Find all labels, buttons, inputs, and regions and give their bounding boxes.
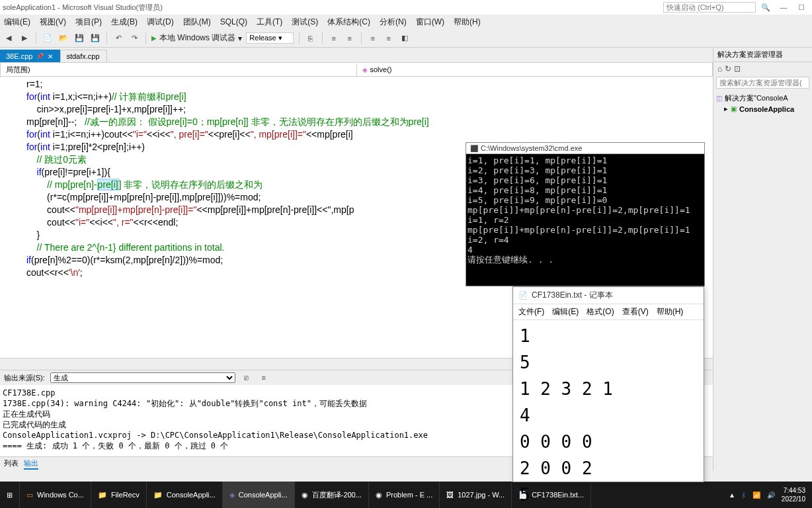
output-tab[interactable]: 列表 (4, 458, 19, 470)
tab-active[interactable]: 38E.cpp 📌 ✕ (0, 50, 60, 62)
comment-icon[interactable]: ≡ (367, 32, 379, 44)
menu-item[interactable]: 视图(V) (40, 17, 66, 28)
redo-icon[interactable]: ↷ (128, 32, 140, 44)
np-menu-item[interactable]: 格式(O) (587, 306, 614, 318)
back-icon[interactable]: ◀ (3, 32, 15, 44)
volume-icon[interactable]: 🔊 (767, 491, 775, 499)
refresh-icon[interactable]: ↻ (725, 64, 731, 73)
menubar: 编辑(E) 视图(V) 项目(P) 生成(B) 调试(D) 团队(M) SQL(… (0, 15, 812, 29)
tray-icon[interactable]: ▲ (729, 491, 735, 499)
tab-inactive[interactable]: stdafx.cpp (60, 50, 106, 62)
tab-strip: 38E.cpp 📌 ✕ stdafx.cpp (0, 48, 713, 62)
forward-icon[interactable]: ▶ (19, 32, 30, 44)
project-icon: ▣ (731, 105, 737, 112)
notepad-menu: 文件(F) 编辑(E) 格式(O) 查看(V) 帮助(H) (513, 304, 704, 320)
maximize-button[interactable]: ☐ (793, 3, 809, 12)
scope-dropdown[interactable]: 局范围) (1, 64, 357, 76)
np-menu-item[interactable]: 查看(V) (622, 306, 649, 318)
home-icon[interactable]: ⌂ (717, 64, 722, 73)
np-menu-item[interactable]: 编辑(E) (552, 306, 579, 318)
new-icon[interactable]: 📄 (42, 32, 54, 44)
play-icon: ▶ (151, 34, 157, 42)
menu-item[interactable]: 团队(M) (183, 17, 211, 28)
taskbar-item[interactable]: ▭Windows Co... (20, 482, 91, 508)
collapse-icon[interactable]: ⊡ (734, 64, 741, 73)
menu-item[interactable]: 分析(N) (380, 17, 407, 28)
folder-icon: 📁 (98, 491, 107, 499)
solution-tree[interactable]: ◫ 解决方案"ConsoleA ▸ ▣ ConsoleApplica (713, 90, 812, 116)
undo-icon[interactable]: ↶ (112, 32, 124, 44)
output-tab-active[interactable]: 输出 (24, 458, 38, 470)
cmd-window[interactable]: ⬛ C:\Windows\system32\cmd.exe i=1, pre[i… (466, 142, 705, 286)
step-icon[interactable]: ⎘ (305, 32, 317, 44)
wrap-icon[interactable]: ≡ (258, 372, 270, 384)
config-select[interactable]: Release ▾ (246, 32, 293, 44)
chevron-down-icon: ▾ (238, 34, 242, 43)
menu-item[interactable]: 帮助(H) (454, 17, 481, 28)
project-node[interactable]: ▸ ▣ ConsoleApplica (716, 104, 809, 114)
start-debug-button[interactable]: ▶ 本地 Windows 调试器 ▾ (151, 32, 242, 44)
notepad-window[interactable]: 📄 CF1738Ein.txt - 记事本 文件(F) 编辑(E) 格式(O) … (512, 286, 704, 482)
function-dropdown[interactable]: ◈ solve() (357, 64, 713, 75)
method-icon: ◈ (362, 66, 368, 73)
uncomment-icon[interactable]: ≡ (383, 32, 395, 44)
chrome-icon: ◉ (302, 491, 308, 499)
vs-icon: ◈ (229, 491, 235, 499)
explorer-icon: ▭ (26, 491, 33, 499)
indent-icon[interactable]: ≡ (328, 32, 340, 44)
pin-icon[interactable]: 📌 (36, 53, 44, 60)
solution-explorer: 解决方案资源管理器 ⌂ ↻ ⊡ ◫ 解决方案"ConsoleA ▸ ▣ Cons… (713, 48, 812, 471)
save-icon[interactable]: 💾 (73, 32, 85, 44)
notepad-titlebar[interactable]: 📄 CF1738Ein.txt - 记事本 (513, 287, 704, 304)
image-icon: 🖼 (446, 491, 454, 499)
start-button[interactable]: ⊞ (0, 482, 20, 508)
expand-icon[interactable]: ▸ (724, 105, 728, 113)
taskbar-item[interactable]: 🖼1027.jpg - W... (440, 482, 512, 508)
menu-item[interactable]: 工具(T) (257, 17, 282, 28)
menu-item[interactable]: 体系结构(C) (327, 17, 370, 28)
nav-bar: 局范围) ◈ solve() (0, 62, 713, 77)
menu-item[interactable]: 调试(D) (147, 17, 174, 28)
system-tray: ▲ ᛒ 📶 🔊 7:44:53 2022/10 (722, 486, 812, 503)
outdent-icon[interactable]: ≡ (344, 32, 356, 44)
window-title: soleApplication1 - Microsoft Visual Stud… (3, 3, 163, 13)
taskbar-item[interactable]: 📁FileRecv (91, 482, 147, 508)
window-buttons: — ☐ (776, 3, 809, 12)
folder-icon: 📁 (153, 491, 163, 499)
menu-item[interactable]: 编辑(E) (4, 17, 30, 28)
bluetooth-icon[interactable]: ᛒ (742, 491, 746, 499)
open-icon[interactable]: 📂 (58, 32, 69, 44)
panel-toolbar: ⌂ ↻ ⊡ (713, 62, 812, 75)
menu-item[interactable]: SQL(Q) (220, 17, 247, 26)
menu-item[interactable]: 测试(S) (292, 17, 318, 28)
bookmark-icon[interactable]: ◧ (399, 32, 411, 44)
cmd-icon: ⬛ (470, 145, 478, 152)
notepad-icon: 📄 (518, 291, 528, 300)
taskbar-item[interactable]: 📁ConsoleAppli... (147, 482, 223, 508)
clear-output-icon[interactable]: ⎚ (241, 372, 253, 384)
menu-item[interactable]: 窗口(W) (416, 17, 444, 28)
solution-icon: ◫ (716, 95, 722, 102)
np-menu-item[interactable]: 文件(F) (518, 306, 544, 318)
minimize-button[interactable]: — (776, 3, 792, 11)
cmd-titlebar[interactable]: ⬛ C:\Windows\system32\cmd.exe (466, 143, 704, 154)
close-icon[interactable]: ✕ (48, 53, 53, 60)
clock[interactable]: 7:44:53 2022/10 (782, 486, 805, 503)
menu-item[interactable]: 项目(P) (75, 17, 102, 28)
notepad-body[interactable]: 1 5 1 2 3 2 1 4 0 0 0 0 2 0 0 2 5 (513, 320, 704, 508)
search-icon: 🔍 (761, 3, 770, 12)
toolbar: ◀ ▶ 📄 📂 💾 💾 ↶ ↷ ▶ 本地 Windows 调试器 ▾ Relea… (0, 29, 812, 48)
chrome-icon: ◉ (376, 491, 382, 499)
output-source-select[interactable]: 生成 (50, 372, 235, 383)
solution-node[interactable]: ◫ 解决方案"ConsoleA (716, 93, 809, 104)
quick-launch-input[interactable] (663, 2, 756, 13)
taskbar-item[interactable]: ◉百度翻译-200... (295, 482, 369, 508)
taskbar-item-active[interactable]: ◈ConsoleAppli... (223, 482, 295, 508)
network-icon[interactable]: 📶 (752, 491, 760, 499)
saveall-icon[interactable]: 💾 (89, 32, 101, 44)
panel-title: 解决方案资源管理器 (713, 48, 812, 62)
menu-item[interactable]: 生成(B) (111, 17, 138, 28)
taskbar-item[interactable]: ◉Problem - E ... (369, 482, 440, 508)
np-menu-item[interactable]: 帮助(H) (657, 306, 684, 318)
solution-search-input[interactable] (716, 77, 809, 89)
